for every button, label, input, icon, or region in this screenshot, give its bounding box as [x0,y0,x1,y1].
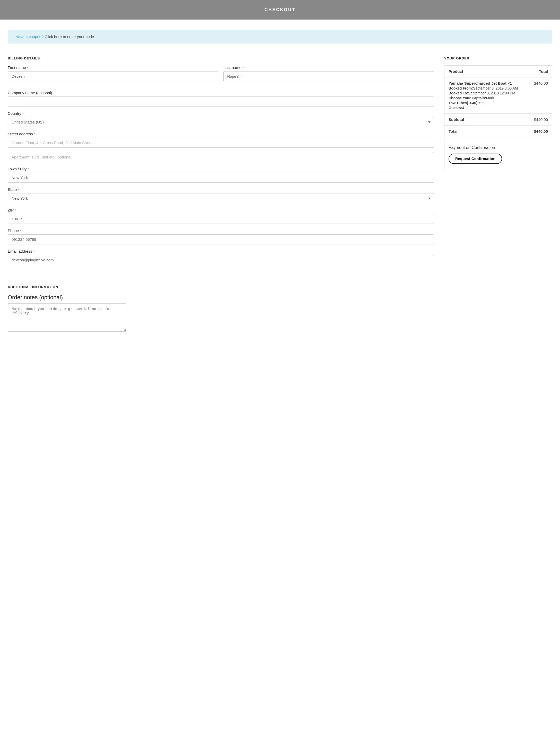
coupon-description: Click here to enter your code [43,35,94,39]
order-table: Product Total Yamaha Supercharged Jet Bo… [444,65,552,137]
country-label: Country * [8,111,434,116]
additional-title: ADDITIONAL INFORMATION [8,285,552,289]
phone-group: Phone * [8,228,434,244]
town-city-label: Town / City * [8,167,434,171]
product-name: Yamaha Supercharged Jet Boat ×1 [448,81,512,85]
additional-section: ADDITIONAL INFORMATION Order notes (opti… [0,280,560,343]
page-title: CHECKOUT [0,7,560,12]
state-required: * [18,188,19,192]
last-name-group: Last name * [223,65,434,81]
coupon-banner: Have a coupon? Click here to enter your … [8,30,552,43]
street-address2-input[interactable] [8,152,434,162]
main-content: BILLING DETAILS First name * Last name *… [0,51,560,280]
billing-section: BILLING DETAILS First name * Last name *… [8,56,434,270]
payment-text: Payment on Confirmation [448,145,548,150]
total-label: Total [444,125,528,137]
phone-label: Phone * [8,228,434,233]
first-name-required: * [27,66,28,70]
order-product-row: Yamaha Supercharged Jet Boat ×1 Booked F… [444,78,552,114]
country-required: * [22,112,24,116]
email-label: Email address * [8,249,434,253]
company-name-label: Company name (optional) [8,90,434,95]
street-address-group: Street address * [8,132,434,162]
town-city-input[interactable] [8,172,434,183]
order-notes-label: Order notes (optional) [8,294,552,301]
guests: Guests:4 [448,106,524,110]
state-label: State * [8,187,434,192]
last-name-required: * [242,66,244,70]
subtotal-row: Subtotal $440.00 [444,114,552,125]
col-product: Product [444,66,528,78]
state-group: State * New York [8,187,434,203]
billing-title: BILLING DETAILS [8,56,434,60]
street-address-label: Street address * [8,132,434,136]
phone-required: * [20,229,21,233]
subtotal-label: Subtotal [444,114,528,125]
zip-input[interactable] [8,214,434,224]
col-total: Total [528,66,552,78]
state-select[interactable]: New York [8,193,434,203]
street-address-input[interactable] [8,138,434,148]
zip-label: ZIP * [8,208,434,212]
phone-input[interactable] [8,235,434,244]
payment-box: Payment on Confirmation Request Confirma… [444,140,552,169]
email-input[interactable] [8,255,434,265]
company-name-group: Company name (optional) [8,90,434,106]
order-title: YOUR ORDER [444,56,552,60]
zip-group: ZIP * [8,208,434,224]
order-notes-group [8,303,552,332]
email-group: Email address * [8,249,434,265]
order-section: YOUR ORDER Product Total Yamaha Supercha… [444,56,552,169]
country-group: Country * United States (US) [8,111,434,127]
city-required: * [28,167,29,171]
captain: Choose Your Captain:Mark [448,96,524,100]
tow-tubes: Tow Tubes(+$40):Yes [448,101,524,105]
order-product-details: Yamaha Supercharged Jet Boat ×1 Booked F… [444,78,528,114]
first-name-label: First name * [8,65,218,70]
email-required: * [33,250,35,253]
booked-to: Booked To:September 3, 2019 12:00 PM [448,91,524,95]
last-name-label: Last name * [223,65,434,70]
total-value: $440.00 [528,125,552,137]
name-row: First name * Last name * [8,65,434,86]
town-city-group: Town / City * [8,167,434,183]
first-name-group: First name * [8,65,218,81]
street-required: * [34,133,35,136]
last-name-input[interactable] [223,71,434,81]
subtotal-value: $440.00 [528,114,552,125]
coupon-link[interactable]: Have a coupon? [16,35,43,39]
order-notes-textarea[interactable] [8,303,126,332]
order-table-header: Product Total [444,66,552,78]
zip-required: * [15,209,16,212]
request-confirmation-button[interactable]: Request Confirmation [448,154,502,164]
page-header: CHECKOUT [0,0,560,20]
company-name-input[interactable] [8,97,434,106]
first-name-input[interactable] [8,71,218,81]
total-row: Total $440.00 [444,125,552,137]
product-total: $440.00 [528,78,552,114]
country-select[interactable]: United States (US) [8,117,434,127]
booked-from: Booked From:September 3, 2019 8:00 AM [448,86,524,90]
